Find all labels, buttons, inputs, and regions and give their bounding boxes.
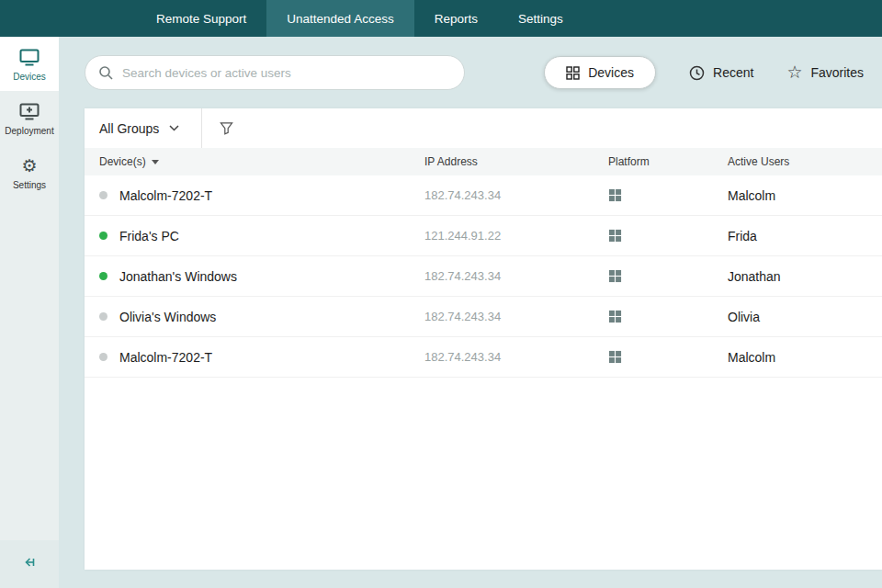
- ip-address: 182.74.243.34: [424, 350, 608, 364]
- tab-remote-support[interactable]: Remote Support: [136, 0, 266, 37]
- collapse-left-icon: [22, 555, 37, 573]
- tab-reports[interactable]: Reports: [414, 0, 498, 37]
- device-cell: Malcolm-7202-T: [99, 188, 424, 203]
- windows-icon: [608, 350, 622, 364]
- platform-cell: [608, 229, 728, 243]
- view-label: Favorites: [810, 65, 864, 80]
- sidebar-item-settings[interactable]: ⚙ Settings: [0, 145, 59, 199]
- top-navigation-bar: Remote Support Unattended Access Reports…: [0, 0, 882, 37]
- status-dot: [99, 191, 107, 199]
- active-user: Olivia: [728, 310, 882, 324]
- clock-icon: [689, 65, 705, 81]
- status-dot: [99, 353, 107, 361]
- device-cell: Frida's PC: [99, 229, 424, 243]
- ip-address: 182.74.243.34: [424, 310, 608, 323]
- collapse-sidebar-button[interactable]: [0, 540, 59, 588]
- search-box[interactable]: [85, 55, 465, 90]
- table-header: Device(s) IP Address Platform Active Use…: [85, 148, 882, 175]
- table-row[interactable]: Malcolm-7202-T 182.74.243.34 Malcolm: [85, 337, 882, 378]
- view-switcher: Devices Recent ☆ Favorites: [544, 56, 864, 89]
- ip-address: 182.74.243.34: [424, 269, 608, 283]
- column-header-devices[interactable]: Device(s): [99, 155, 424, 168]
- status-dot: [99, 312, 107, 321]
- device-name: Jonathan's Windows: [119, 269, 237, 284]
- column-label: Active Users: [728, 155, 789, 168]
- table-row[interactable]: Frida's PC 121.244.91.22 Frida: [85, 216, 882, 256]
- table-body: Malcolm-7202-T 182.74.243.34 Malcolm: [85, 175, 882, 378]
- deployment-icon: [19, 102, 40, 120]
- platform-cell: [608, 350, 728, 364]
- view-label: Recent: [713, 65, 753, 80]
- filter-bar: All Groups: [85, 108, 882, 148]
- table-row[interactable]: Jonathan's Windows 182.74.243.34 Jonatha…: [85, 256, 882, 297]
- chevron-down-icon: [169, 125, 179, 131]
- view-label: Devices: [588, 65, 634, 80]
- device-cell: Olivia's Windows: [99, 310, 424, 324]
- ip-address: 182.74.243.34: [424, 188, 608, 202]
- monitor-icon: [19, 48, 40, 66]
- sidebar-item-devices[interactable]: Devices: [0, 37, 59, 91]
- funnel-icon: [220, 121, 233, 135]
- active-user: Jonathan: [728, 269, 882, 284]
- grid-icon: [566, 66, 580, 80]
- column-header-active-users[interactable]: Active Users: [728, 155, 882, 168]
- sort-desc-icon: [152, 160, 159, 164]
- sidebar-item-label: Settings: [13, 180, 46, 190]
- sidebar-item-deployment[interactable]: Deployment: [0, 91, 59, 145]
- column-label: Device(s): [99, 155, 146, 168]
- device-name: Malcolm-7202-T: [119, 188, 212, 203]
- search-icon: [98, 65, 114, 81]
- windows-icon: [608, 188, 622, 202]
- view-favorites-button[interactable]: ☆ Favorites: [786, 64, 864, 81]
- view-recent-button[interactable]: Recent: [689, 65, 753, 81]
- column-label: IP Address: [424, 155, 478, 168]
- star-icon: ☆: [786, 64, 802, 81]
- table-row[interactable]: Malcolm-7202-T 182.74.243.34 Malcolm: [85, 175, 882, 216]
- toolbar: Devices Recent ☆ Favorites: [85, 55, 882, 90]
- group-selector[interactable]: All Groups: [99, 121, 179, 136]
- body-row: Devices Deployment ⚙ Settings: [0, 37, 882, 588]
- tab-settings[interactable]: Settings: [498, 0, 583, 37]
- column-label: Platform: [608, 155, 650, 168]
- windows-icon: [608, 269, 622, 283]
- device-name: Frida's PC: [119, 229, 179, 243]
- active-user: Malcolm: [728, 188, 882, 203]
- platform-cell: [608, 269, 728, 283]
- divider: [201, 108, 202, 148]
- filter-button[interactable]: [220, 121, 233, 135]
- tab-unattended-access[interactable]: Unattended Access: [266, 0, 413, 37]
- status-dot: [99, 232, 107, 240]
- search-input[interactable]: [122, 66, 451, 80]
- windows-icon: [608, 310, 622, 323]
- device-name: Olivia's Windows: [119, 310, 216, 324]
- sidebar-item-label: Deployment: [5, 126, 53, 136]
- devices-panel: All Groups Device(s): [85, 108, 882, 570]
- table-row[interactable]: Olivia's Windows 182.74.243.34 Olivia: [85, 297, 882, 337]
- sidebar: Devices Deployment ⚙ Settings: [0, 37, 59, 588]
- ip-address: 121.244.91.22: [424, 229, 608, 243]
- main-content: Devices Recent ☆ Favorites: [59, 37, 882, 588]
- active-user: Frida: [728, 229, 882, 243]
- gear-icon: ⚙: [21, 156, 37, 175]
- device-name: Malcolm-7202-T: [119, 350, 212, 365]
- sidebar-item-label: Devices: [13, 72, 46, 82]
- app-window: Remote Support Unattended Access Reports…: [0, 0, 882, 588]
- view-devices-button[interactable]: Devices: [544, 56, 656, 89]
- platform-cell: [608, 310, 728, 323]
- column-header-ip[interactable]: IP Address: [424, 155, 608, 168]
- windows-icon: [608, 229, 622, 243]
- device-cell: Malcolm-7202-T: [99, 350, 424, 365]
- device-cell: Jonathan's Windows: [99, 269, 424, 284]
- status-dot: [99, 272, 107, 280]
- platform-cell: [608, 188, 728, 202]
- column-header-platform[interactable]: Platform: [608, 155, 728, 168]
- active-user: Malcolm: [728, 350, 882, 365]
- group-selector-label: All Groups: [99, 121, 159, 136]
